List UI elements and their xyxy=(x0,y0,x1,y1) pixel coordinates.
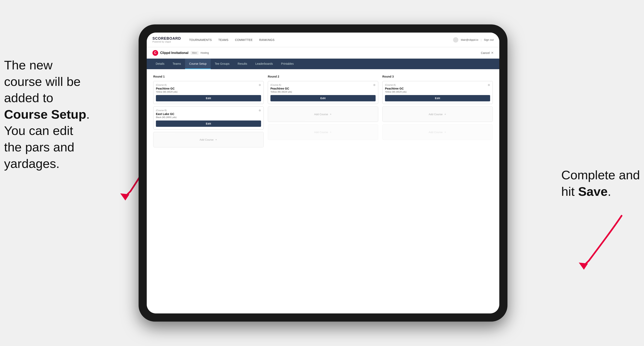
round-1-course-a-label: (Course A) xyxy=(156,84,261,86)
round-1-course-b-delete-button[interactable]: ⊗ xyxy=(258,108,262,112)
tournament-title: C Clippd Invitational Men Hosting xyxy=(152,50,209,56)
round-1-column: Round 1 ⊗ (Course A) Peachtree GC Yellow… xyxy=(153,75,264,150)
tablet-frame: SCOREBOARD Powered by clippd TOURNAMENTS… xyxy=(138,24,508,322)
round-2-add-course-bottom-plus-icon: ＋ xyxy=(329,130,332,134)
brand: SCOREBOARD Powered by clippd xyxy=(152,37,181,43)
round-3-add-course-button[interactable]: Add Course ＋ xyxy=(382,106,493,122)
round-2-add-course-plus-icon: ＋ xyxy=(329,112,332,116)
tab-printables[interactable]: Printables xyxy=(277,59,298,69)
tab-bar: Details Teams Course Setup Tee Groups Re… xyxy=(147,59,499,69)
round-3-course-a-label: (Course A) xyxy=(385,84,490,86)
round-1-course-a-name: Peachtree GC xyxy=(156,87,261,90)
round-2-course-a-delete-button[interactable]: ⊗ xyxy=(372,83,376,87)
round-1-course-a-tee: Yellow (M) (6629 yds) xyxy=(156,91,261,93)
round-1-course-b-tee: Black (M) (6891 yds) xyxy=(156,116,261,119)
gender-tag: Men xyxy=(190,51,198,55)
round-3-course-a-tee: Yellow (M) (6629 yds) xyxy=(385,91,490,93)
round-1-add-course-button[interactable]: Add Course ＋ xyxy=(153,132,264,147)
round-3-add-course-bottom-plus-icon: ＋ xyxy=(444,130,446,134)
round-1-header: Round 1 xyxy=(153,75,264,78)
tab-leaderboards[interactable]: Leaderboards xyxy=(251,59,277,69)
user-avatar xyxy=(453,37,458,42)
round-3-column: Round 3 ⊗ (Course A) Peachtree GC Yellow… xyxy=(382,75,493,150)
cancel-x-icon: ✕ xyxy=(491,51,494,55)
annotation-left: The new course will be added to Course S… xyxy=(4,57,90,172)
round-1-course-b-label: (Course B) xyxy=(156,109,261,112)
round-3-add-course-plus-icon: ＋ xyxy=(444,112,446,116)
round-3-course-a-name: Peachtree GC xyxy=(385,87,490,90)
round-2-course-a-edit-button[interactable]: Edit xyxy=(270,95,376,101)
cancel-button[interactable]: Cancel ✕ xyxy=(481,51,494,55)
round-1-course-a-edit-button[interactable]: Edit xyxy=(156,95,261,101)
round-2-course-a-name: Peachtree GC xyxy=(270,87,376,90)
round-1-course-b-edit-button[interactable]: Edit xyxy=(156,121,261,127)
tab-tee-groups[interactable]: Tee Groups xyxy=(211,59,234,69)
arrow-right-icon xyxy=(560,212,626,273)
tab-results[interactable]: Results xyxy=(234,59,251,69)
round-3-course-a-delete-button[interactable]: ⊗ xyxy=(487,83,491,87)
svg-marker-0 xyxy=(120,193,130,200)
sub-header: C Clippd Invitational Men Hosting Cancel… xyxy=(147,47,499,59)
nav-links: TOURNAMENTS TEAMS COMMITTEE RANKINGS xyxy=(189,38,453,41)
round-2-course-a-card: ⊗ (Course A) Peachtree GC Yellow (M) (66… xyxy=(268,81,378,104)
main-content: Round 1 ⊗ (Course A) Peachtree GC Yellow… xyxy=(147,69,499,314)
round-2-column: Round 2 ⊗ (Course A) Peachtree GC Yellow… xyxy=(268,75,378,150)
round-3-course-a-card: ⊗ (Course A) Peachtree GC Yellow (M) (66… xyxy=(382,81,493,104)
round-1-course-a-delete-button[interactable]: ⊗ xyxy=(258,83,262,87)
nav-teams[interactable]: TEAMS xyxy=(218,38,228,41)
nav-tournaments[interactable]: TOURNAMENTS xyxy=(189,38,212,41)
nav-committee[interactable]: COMMITTEE xyxy=(235,38,253,41)
round-2-add-course-button[interactable]: Add Course ＋ xyxy=(268,106,378,122)
round-3-add-course-disabled-button: Add Course ＋ xyxy=(382,124,493,140)
round-1-course-b-card: ⊗ (Course B) East Lake GC Black (M) (689… xyxy=(153,106,264,130)
tab-details[interactable]: Details xyxy=(152,59,168,69)
tablet-screen: SCOREBOARD Powered by clippd TOURNAMENTS… xyxy=(147,32,499,314)
brand-name: SCOREBOARD xyxy=(152,37,181,41)
round-2-course-a-tee: Yellow (M) (6629 yds) xyxy=(270,91,376,93)
tab-course-setup[interactable]: Course Setup xyxy=(185,59,211,69)
round-2-course-a-label: (Course A) xyxy=(270,84,376,86)
nav-rankings[interactable]: RANKINGS xyxy=(259,38,275,41)
hosting-badge: Hosting xyxy=(200,51,209,54)
round-1-add-course-plus-icon: ＋ xyxy=(215,138,218,142)
user-section: blair@clippd.io | Sign out xyxy=(453,37,494,42)
round-2-header: Round 2 xyxy=(268,75,378,78)
brand-sub: Powered by clippd xyxy=(152,41,181,43)
top-nav: SCOREBOARD Powered by clippd TOURNAMENTS… xyxy=(147,32,499,47)
tournament-name: Clippd Invitational xyxy=(160,51,188,55)
annotation-right: Complete and hit Save. xyxy=(561,167,640,200)
svg-marker-1 xyxy=(579,263,588,270)
tab-teams[interactable]: Teams xyxy=(168,59,185,69)
clippd-logo: C xyxy=(152,50,158,56)
round-1-course-a-card: ⊗ (Course A) Peachtree GC Yellow (M) (66… xyxy=(153,81,264,104)
round-3-course-a-edit-button[interactable]: Edit xyxy=(385,95,490,101)
round-3-header: Round 3 xyxy=(382,75,493,78)
round-1-course-b-name: East Lake GC xyxy=(156,112,261,116)
rounds-container: Round 1 ⊗ (Course A) Peachtree GC Yellow… xyxy=(153,75,493,150)
user-email: blair@clippd.io xyxy=(461,38,478,41)
sign-out-link[interactable]: Sign out xyxy=(484,38,494,41)
round-2-add-course-disabled-button: Add Course ＋ xyxy=(268,124,378,140)
